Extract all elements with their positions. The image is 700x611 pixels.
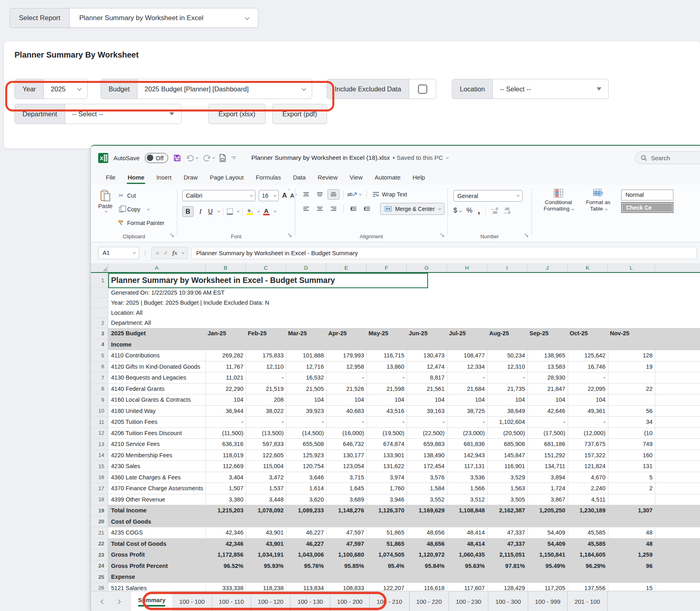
sheet-cell[interactable]: 36,944 [206, 406, 246, 417]
align-bottom-button[interactable] [327, 189, 340, 200]
sheet-cell[interactable]: 38,022 [246, 406, 286, 417]
sheet-cell[interactable]: 1,108,848 [447, 505, 487, 516]
sheet-cell[interactable]: 15 [608, 583, 655, 591]
sheet-cell[interactable]: 48 [608, 539, 655, 550]
sheet-cell[interactable]: 137,556 [568, 583, 608, 591]
sheet-cell[interactable]: 12,474 [407, 361, 447, 373]
sheet-cell[interactable]: 117,205 [527, 583, 568, 591]
sheet-cell[interactable]: 4180 United Way [108, 406, 206, 417]
sheet-cell[interactable]: 3,552 [407, 494, 447, 506]
sheet-cell[interactable] [655, 583, 700, 591]
sheet-cell[interactable]: 43,516 [366, 406, 407, 417]
sheet-cell[interactable]: 1,563 [487, 483, 527, 494]
borders-button[interactable] [227, 208, 233, 215]
sheet-cell[interactable]: 42,646 [527, 406, 568, 417]
sheet-cell[interactable]: 39,923 [286, 406, 326, 417]
sheet-cell[interactable]: 128 [608, 350, 655, 361]
sheet-cell[interactable]: 5 [608, 472, 655, 483]
clipboard-dialog-launcher[interactable] [170, 232, 174, 239]
sheet-cell[interactable]: 1,043,006 [286, 549, 326, 561]
sheet-cell[interactable]: Apr-25 [326, 328, 366, 339]
sheet-cell[interactable]: 125,642 [568, 350, 608, 361]
sheet-cell[interactable]: 1,566 [447, 483, 487, 494]
row-header[interactable]: 4 [91, 339, 108, 351]
sheet-cell[interactable]: 4,670 [568, 472, 608, 483]
sheet-cell[interactable]: 47,597 [326, 527, 366, 539]
sheet-cell[interactable]: 131,622 [366, 461, 407, 472]
column-header-right[interactable] [655, 263, 700, 272]
cancel-entry-button[interactable]: × [156, 250, 159, 256]
row-header[interactable]: 6 [91, 361, 108, 373]
sheet-cell[interactable]: Generated On: 1/22/2025 10:39:06 AM EST [108, 288, 700, 298]
sheet-cell[interactable]: 4205 Tuition Fees [108, 417, 206, 428]
sheet-cell[interactable]: 112,669 [206, 461, 246, 472]
sheet-tab-summary[interactable]: Summary [131, 591, 172, 611]
sheet-cell[interactable]: - [527, 417, 568, 428]
row-header[interactable] [91, 288, 108, 298]
sheet-cell[interactable]: 4206 Tuition Fees Discount [108, 428, 206, 439]
row-header[interactable]: 8 [91, 384, 108, 395]
sheet-cell[interactable]: 116,901 [487, 461, 527, 472]
sheet-cell[interactable]: 749 [608, 439, 655, 450]
sheet-cell[interactable]: 1,259 [608, 549, 655, 561]
sheet-cell[interactable]: 16,532 [286, 372, 326, 384]
sheet-cell[interactable]: 4160 Local Grants & Contracts [108, 394, 206, 406]
column-header-A[interactable]: A [108, 263, 206, 272]
sheet-tab-100-300[interactable]: 100 - 300 [488, 591, 528, 611]
sheet-cell[interactable]: 2 [608, 483, 655, 494]
sheet-cell[interactable]: 1,089,233 [286, 505, 326, 516]
sheet-cell[interactable]: 1,230,189 [568, 505, 608, 516]
sheet-cell[interactable]: 118,019 [206, 450, 246, 461]
sheet-cell[interactable]: 108,833 [326, 583, 366, 591]
sheet-cell[interactable] [655, 472, 700, 483]
row-header[interactable]: 16 [91, 472, 108, 483]
sheet-cell[interactable]: Total Cost of Goods [108, 539, 206, 550]
sheet-cell[interactable]: 48 [608, 527, 655, 539]
sheet-cell[interactable]: - [568, 372, 608, 384]
sheet-cell[interactable]: 1,169,629 [407, 505, 447, 516]
sheet-cell[interactable]: 47,337 [487, 527, 527, 539]
sheet-cell[interactable]: 101,888 [286, 350, 326, 361]
ribbon-tab-data[interactable]: Data [287, 171, 312, 183]
sheet-cell[interactable]: 175,833 [246, 350, 286, 361]
sheet-cell[interactable]: 21,505 [286, 384, 326, 395]
increase-indent-button[interactable] [361, 204, 373, 214]
underline-button[interactable]: U [207, 208, 214, 215]
sheet-cell[interactable]: 38,725 [447, 406, 487, 417]
font-dialog-launcher[interactable] [288, 232, 292, 239]
sheet-cell[interactable]: 636,316 [206, 439, 246, 450]
sheet-cell[interactable]: 115,004 [246, 461, 286, 472]
column-header-L[interactable]: L [608, 263, 655, 272]
paste-button[interactable]: Paste [95, 190, 116, 228]
sheet-cell[interactable]: 1,724 [527, 483, 568, 494]
sheet-cell[interactable]: - [246, 417, 286, 428]
sheet-cell[interactable]: Mar-25 [286, 328, 326, 339]
sheet-cell[interactable]: 21,526 [326, 384, 366, 395]
sheet-cell[interactable]: - [407, 417, 447, 428]
row-header[interactable]: 3 [91, 328, 108, 339]
sheet-cell[interactable]: 46,227 [286, 527, 326, 539]
currency-format-button[interactable]: $ [453, 206, 461, 215]
sheet-cell[interactable]: 681,186 [527, 439, 568, 450]
copy-button[interactable]: Copy [117, 204, 165, 215]
sheet-cell[interactable]: 96 [608, 561, 655, 572]
italic-button[interactable]: I [197, 208, 204, 216]
sheet-cell[interactable]: 1,614 [286, 483, 326, 494]
sheet-cell[interactable]: 45,585 [568, 539, 608, 550]
sheet-cell[interactable]: 54,409 [527, 527, 568, 539]
sheet-cell[interactable]: 4235 COGS [108, 527, 206, 539]
sheet-cell[interactable]: - [366, 372, 407, 384]
sheet-cell[interactable]: - [568, 417, 608, 428]
ribbon-tab-view[interactable]: View [344, 171, 369, 183]
sheet-cell[interactable]: 3,536 [447, 472, 487, 483]
sheet-cell[interactable] [655, 406, 700, 417]
sheet-cell[interactable]: 4140 Federal Grants [108, 384, 206, 395]
number-format-select[interactable]: General [453, 190, 523, 202]
location-select[interactable]: -- Select -- [493, 79, 608, 99]
sheet-cell[interactable]: 3,448 [246, 494, 286, 506]
sheet-tab-100-130[interactable]: 100 - 130 [290, 591, 330, 611]
row-header[interactable]: 17 [91, 483, 108, 494]
formula-bar-grip[interactable]: ⋮ [142, 250, 148, 256]
previous-sheet-button[interactable] [101, 599, 105, 604]
sheet-cell[interactable]: 2,162,387 [487, 505, 527, 516]
